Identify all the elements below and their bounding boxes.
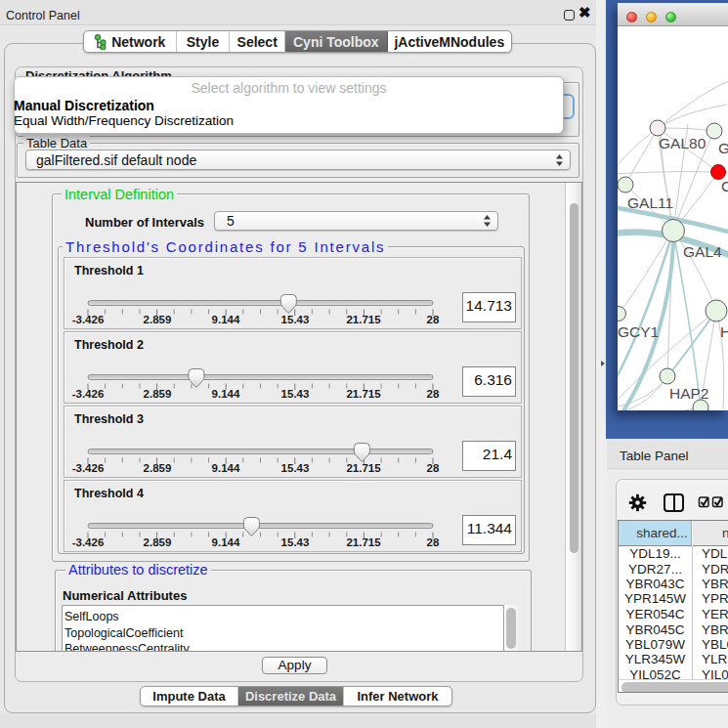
svg-text:HAP2: HAP2: [669, 385, 709, 402]
svg-text:G.: G.: [718, 140, 728, 156]
svg-text:GAL4: GAL4: [683, 243, 722, 260]
svg-text:C: C: [721, 178, 728, 194]
svg-text:GAL80: GAL80: [659, 135, 707, 151]
svg-text:H: H: [720, 323, 728, 340]
svg-text:GCY1: GCY1: [618, 323, 659, 340]
svg-text:GAL11: GAL11: [627, 194, 673, 211]
